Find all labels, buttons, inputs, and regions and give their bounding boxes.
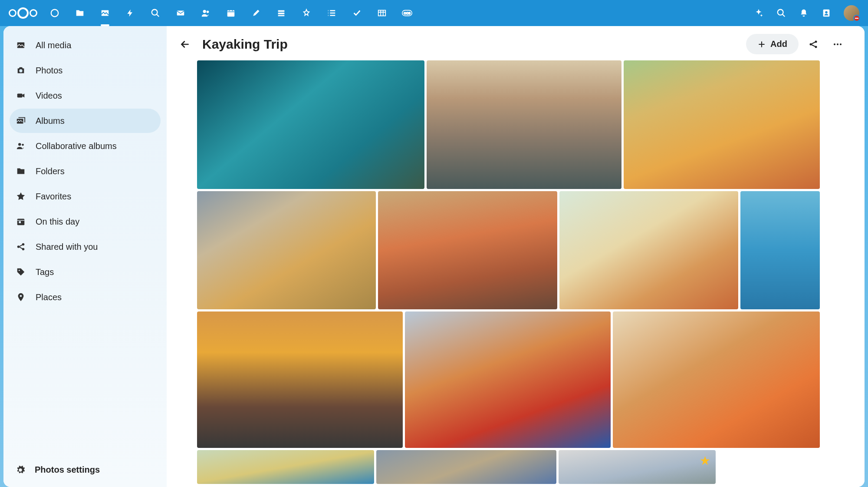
sidebar-item-label: Places — [36, 292, 62, 302]
album-icon — [16, 116, 26, 126]
tasks-icon[interactable] — [352, 8, 362, 18]
svg-point-13 — [778, 10, 783, 15]
sidebar-item-label: Collaborative albums — [36, 141, 117, 151]
app-logo[interactable] — [9, 7, 37, 19]
photo-thumbnail[interactable] — [427, 60, 621, 189]
search-app-icon[interactable] — [150, 8, 161, 18]
photo-thumbnail[interactable] — [378, 191, 557, 309]
mail-icon[interactable] — [175, 8, 186, 18]
assistant-icon[interactable] — [753, 8, 764, 18]
search-icon[interactable] — [776, 8, 786, 18]
activity-icon[interactable] — [125, 8, 135, 18]
files-icon[interactable] — [75, 8, 85, 18]
contacts-icon[interactable] — [821, 8, 832, 18]
sidebar-item-all-media[interactable]: All media — [10, 33, 161, 57]
notifications-icon[interactable] — [799, 8, 809, 18]
photo-thumbnail[interactable]: ★ — [559, 450, 716, 484]
svg-point-5 — [207, 11, 209, 13]
sidebar-item-label: Favorites — [36, 192, 71, 202]
svg-point-24 — [17, 245, 20, 248]
top-bar: OCS — [0, 0, 868, 26]
photo-thumbnail[interactable] — [197, 450, 374, 484]
svg-rect-6 — [227, 10, 235, 17]
svg-rect-9 — [278, 15, 285, 17]
share-icon — [808, 39, 819, 50]
svg-point-2 — [152, 10, 158, 15]
sidebar-item-favorites[interactable]: Favorites — [10, 184, 161, 209]
more-horizontal-icon — [832, 39, 843, 50]
deck-icon[interactable] — [276, 8, 286, 18]
tables-icon[interactable] — [377, 8, 387, 18]
sidebar-item-label: Videos — [36, 91, 62, 101]
svg-point-21 — [22, 144, 24, 146]
notes-icon[interactable] — [251, 8, 261, 18]
share-icon — [16, 242, 26, 252]
svg-point-32 — [834, 43, 835, 45]
list-icon[interactable] — [326, 8, 337, 18]
svg-point-28 — [20, 295, 22, 297]
sidebar: All media Photos Videos Albums — [3, 26, 167, 487]
photo-thumbnail[interactable] — [405, 311, 611, 448]
place-icon — [16, 292, 26, 302]
add-button[interactable]: Add — [746, 34, 799, 54]
sidebar-item-shared[interactable]: Shared with you — [10, 235, 161, 259]
content-header: Kayaking Trip Add — [167, 26, 865, 60]
photo-thumbnail[interactable] — [376, 450, 556, 484]
sidebar-item-places[interactable]: Places — [10, 285, 161, 309]
sidebar-item-label: Tags — [36, 267, 54, 277]
photo-thumbnail[interactable] — [197, 60, 424, 189]
svg-text:OCS: OCS — [404, 11, 411, 15]
sidebar-item-on-this-day[interactable]: On this day — [10, 209, 161, 234]
photo-thumbnail[interactable] — [559, 191, 738, 309]
today-icon — [16, 216, 26, 227]
folder-icon — [16, 166, 26, 176]
sidebar-settings[interactable]: Photos settings — [10, 457, 161, 483]
svg-rect-7 — [278, 10, 285, 12]
page-title: Kayaking Trip — [202, 37, 738, 52]
contacts-app-icon[interactable] — [201, 8, 211, 18]
sidebar-item-label: Shared with you — [36, 242, 98, 252]
svg-point-17 — [19, 69, 22, 72]
svg-point-0 — [51, 10, 59, 17]
user-avatar[interactable] — [844, 5, 859, 21]
svg-rect-3 — [177, 11, 184, 16]
sidebar-item-label: Photos — [36, 66, 62, 76]
svg-rect-10 — [378, 10, 386, 16]
svg-point-27 — [19, 270, 20, 271]
calendar-icon[interactable] — [226, 8, 236, 18]
photo-thumbnail[interactable] — [740, 191, 820, 309]
svg-point-4 — [203, 10, 206, 13]
sidebar-item-videos[interactable]: Videos — [10, 83, 161, 108]
sidebar-item-label: Albums — [36, 116, 65, 126]
plus-icon — [757, 40, 766, 49]
photo-thumbnail[interactable] — [197, 191, 376, 309]
photo-thumbnail[interactable] — [624, 60, 820, 189]
content: Kayaking Trip Add — [167, 26, 865, 487]
svg-rect-8 — [278, 13, 285, 14]
photo-gallery: ★ — [167, 60, 865, 487]
photos-icon[interactable] — [100, 8, 110, 18]
app-menu: OCS — [49, 8, 741, 18]
main-wrapper: All media Photos Videos Albums — [3, 26, 865, 487]
star-icon — [16, 191, 26, 202]
sidebar-item-tags[interactable]: Tags — [10, 260, 161, 284]
share-button[interactable] — [804, 35, 823, 54]
photo-thumbnail[interactable] — [197, 311, 403, 448]
dashboard-icon[interactable] — [49, 8, 60, 18]
ocs-icon[interactable]: OCS — [402, 8, 412, 18]
status-badge-dnd — [853, 15, 860, 22]
recognize-icon[interactable] — [301, 8, 312, 18]
sidebar-item-label: All media — [36, 40, 71, 50]
sidebar-item-collaborative[interactable]: Collaborative albums — [10, 134, 161, 158]
video-icon — [16, 90, 26, 101]
camera-icon — [16, 65, 26, 76]
more-button[interactable] — [828, 35, 847, 54]
sidebar-item-photos[interactable]: Photos — [10, 58, 161, 83]
gear-icon — [16, 465, 25, 475]
group-icon — [16, 141, 26, 151]
sidebar-item-label: Folders — [36, 166, 65, 176]
back-button[interactable] — [175, 35, 194, 54]
sidebar-item-folders[interactable]: Folders — [10, 159, 161, 183]
sidebar-item-albums[interactable]: Albums — [10, 109, 161, 133]
photo-thumbnail[interactable] — [613, 311, 820, 448]
